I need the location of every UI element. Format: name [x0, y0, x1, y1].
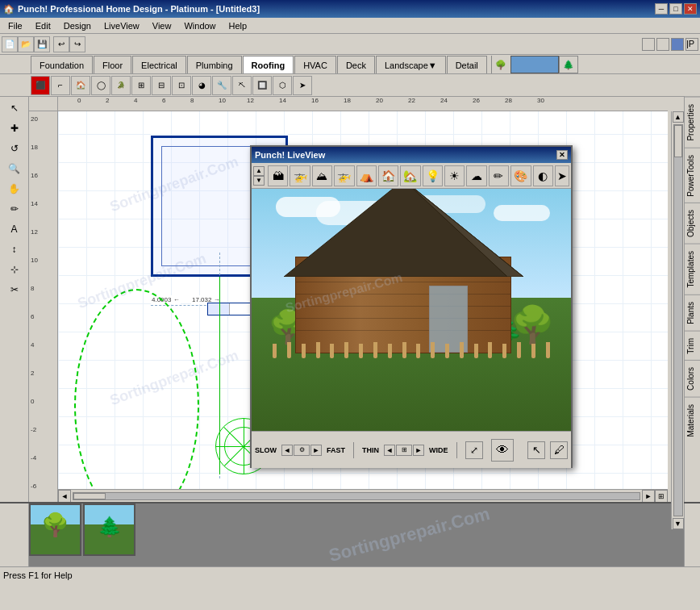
scroll-corner-btn[interactable]: ⊞ [655, 490, 668, 503]
scroll-left[interactable]: ◄ [58, 490, 71, 503]
tab-deck[interactable]: Deck [337, 56, 375, 73]
lv-tool-paint[interactable]: 🎨 [510, 165, 531, 186]
view-btn2[interactable] [656, 38, 669, 51]
tab-roofing[interactable]: Roofing [243, 56, 294, 73]
lv-tool-light[interactable]: 💡 [423, 165, 443, 186]
lv-tool-tent[interactable]: ⛺ [356, 165, 377, 186]
tool-roof6[interactable]: ⊞ [131, 76, 151, 95]
right-tab-materials[interactable]: Materials [685, 397, 700, 444]
view-btn3[interactable] [671, 38, 684, 51]
tool-roof8[interactable]: ⊡ [172, 76, 191, 95]
lv-tool-terrain[interactable]: 🏔 [268, 165, 288, 186]
eye-btn[interactable]: 👁 [491, 439, 514, 462]
menu-design[interactable]: Design [57, 19, 98, 32]
expand-btn[interactable]: ⤢ [465, 441, 483, 459]
toolbar-new[interactable]: 📄 [2, 36, 18, 52]
width-right[interactable]: ► [413, 445, 424, 456]
width-left[interactable]: ◄ [384, 445, 395, 456]
tool-measure[interactable]: ↕ [3, 240, 26, 259]
thumbnail-1[interactable]: 🌳 [29, 503, 81, 556]
menu-liveview[interactable]: LiveView [98, 19, 146, 32]
right-tab-properties[interactable]: Properties [685, 97, 700, 148]
lv-tool-draw[interactable]: ✏ [489, 165, 509, 186]
right-tab-trim[interactable]: Trim [685, 331, 700, 361]
thumbnail-2[interactable]: 🌲 [83, 503, 135, 556]
speed-right[interactable]: ► [310, 445, 322, 456]
toolbar-open[interactable]: 📂 [18, 36, 34, 52]
scroll-vtrack[interactable] [673, 124, 683, 516]
right-tab-plants[interactable]: Plants [685, 295, 700, 331]
tab-plumbing[interactable]: Plumbing [187, 56, 242, 73]
tab-detail[interactable]: Detail [447, 56, 487, 73]
tool-roof12[interactable]: 🔲 [252, 76, 272, 95]
scroll-hthumb[interactable] [73, 493, 106, 499]
tool-roof10[interactable]: 🔧 [212, 76, 231, 95]
view-btn1[interactable] [642, 38, 655, 51]
selection-handle[interactable] [207, 303, 252, 315]
minimize-button[interactable]: ─ [655, 3, 668, 15]
tab-foundation[interactable]: Foundation [31, 56, 93, 73]
toolbar-undo[interactable]: ↩ [53, 36, 69, 52]
scroll-htrack[interactable] [73, 492, 640, 500]
tool-roof11[interactable]: ⛏ [232, 76, 252, 95]
lv-tool-mountain[interactable]: ⛰ [312, 165, 332, 186]
tool-roof1[interactable]: ⬛ [31, 76, 50, 95]
stem-line [219, 277, 220, 474]
toolbar-redo[interactable]: ↪ [69, 36, 85, 52]
tool-move[interactable]: ✚ [3, 119, 26, 138]
tool-arrow-right[interactable]: ➤ [293, 76, 312, 95]
tab-landscape[interactable]: Landscape▼ [376, 56, 446, 73]
dropper-btn[interactable]: 🖊 [550, 441, 568, 459]
menu-edit[interactable]: Edit [29, 19, 57, 32]
ruler-h-24: 24 [440, 97, 448, 104]
tool-roof2[interactable]: ⌐ [51, 76, 70, 95]
tool-roof7[interactable]: ⊟ [152, 76, 171, 95]
toolbar-save[interactable]: 💾 [34, 36, 50, 52]
tool-roof13[interactable]: ⬡ [273, 76, 292, 95]
color-swatch[interactable] [510, 56, 559, 73]
speed-left[interactable]: ◄ [281, 445, 293, 456]
right-tab-templates[interactable]: Templates [685, 244, 700, 295]
scroll-up[interactable]: ▲ [673, 111, 684, 123]
lv-tool-arrow[interactable]: ➤ [555, 165, 569, 186]
cursor-btn[interactable]: ↖ [527, 441, 545, 459]
tool-zoom[interactable]: 🔍 [3, 159, 26, 178]
menu-help[interactable]: Help [223, 19, 254, 32]
tool-node[interactable]: ⊹ [3, 260, 26, 279]
tool-roof4[interactable]: ◯ [91, 76, 110, 95]
tool-draw[interactable]: ✏ [3, 199, 26, 219]
right-tab-objects[interactable]: Objects [685, 203, 700, 244]
menu-window[interactable]: Window [177, 19, 222, 32]
tool-cut[interactable]: ✂ [3, 280, 26, 299]
menu-file[interactable]: File [2, 19, 29, 32]
close-button[interactable]: ✕ [684, 3, 697, 15]
tab-electrical[interactable]: Electrical [132, 56, 186, 73]
maximize-button[interactable]: □ [669, 3, 682, 15]
lv-tool-heli2[interactable]: 🚁 [334, 165, 354, 186]
tool-text[interactable]: A [3, 219, 26, 239]
tool-select[interactable]: ↖ [3, 98, 26, 118]
scroll-down[interactable]: ▼ [673, 518, 684, 529]
lv-tool-cloud[interactable]: ☁ [466, 165, 486, 186]
lv-tool-heli[interactable]: 🚁 [290, 165, 310, 186]
tab-hvac[interactable]: HVAC [294, 56, 336, 73]
lv-down[interactable]: ▼ [253, 176, 265, 186]
lv-tool-sun[interactable]: ☀ [444, 165, 465, 186]
right-tab-powertools[interactable]: PowerTools [685, 148, 700, 203]
lv-tool-halfcircle[interactable]: ◐ [533, 165, 553, 186]
tool-roof9[interactable]: ◕ [192, 76, 211, 95]
right-tab-colors[interactable]: Colors [685, 360, 700, 397]
view-btn4[interactable]: |P [685, 38, 698, 51]
scroll-right[interactable]: ► [642, 490, 655, 503]
tool-roof3[interactable]: 🏠 [71, 76, 90, 95]
tool-roof5[interactable]: 🐊 [111, 76, 131, 95]
menu-view[interactable]: View [146, 19, 178, 32]
tool-rotate[interactable]: ↺ [3, 139, 26, 158]
tab-floor[interactable]: Floor [94, 56, 131, 73]
scroll-vthumb[interactable] [674, 125, 682, 157]
lv-up[interactable]: ▲ [253, 166, 265, 176]
liveview-close[interactable]: ✕ [556, 150, 568, 160]
tool-pan[interactable]: ✋ [3, 179, 26, 198]
lv-tool-house2[interactable]: 🏡 [400, 165, 420, 186]
lv-tool-house[interactable]: 🏠 [378, 165, 398, 186]
